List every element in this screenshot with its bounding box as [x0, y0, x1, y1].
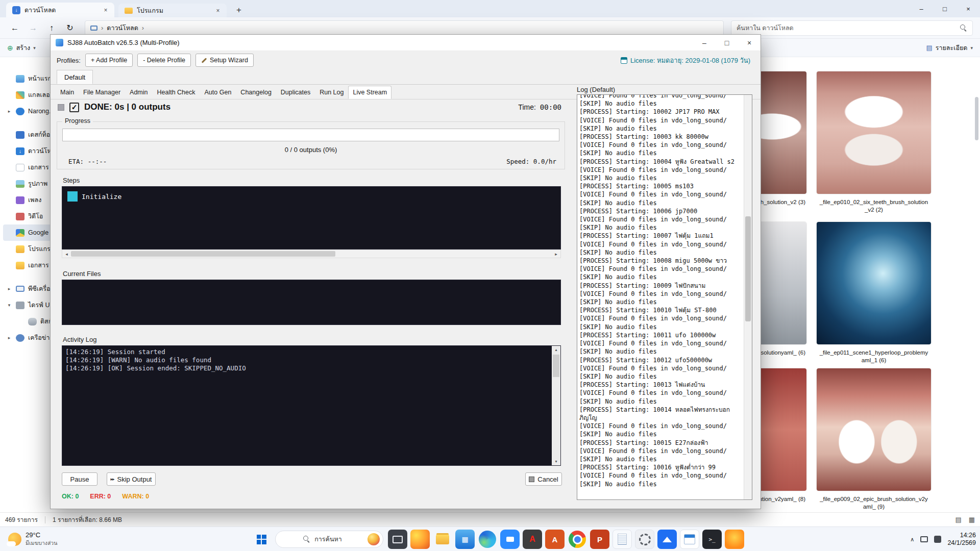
scroll-right-icon[interactable]: ▸ — [552, 252, 560, 257]
view-thumbnails-icon[interactable]: ▦ — [969, 516, 975, 523]
photos-app[interactable] — [657, 530, 677, 549]
sidebar-item-icon — [16, 302, 24, 309]
powerpoint-app[interactable] — [590, 530, 609, 549]
scrollbar-track[interactable] — [552, 354, 560, 458]
setup-wizard-button[interactable]: Setup Wizard — [195, 54, 254, 67]
firefox-app[interactable] — [410, 530, 430, 549]
log-line: [SKIP] No audio files — [579, 174, 743, 182]
dialog-title-bar[interactable]: SJ88 AutoBatch v26.5.3 (Multi-Profile) –… — [51, 35, 761, 51]
sidebar-item-icon — [16, 75, 24, 83]
tab-run-log[interactable]: Run Log — [315, 86, 348, 99]
tab-auto-gen[interactable]: Auto Gen — [200, 86, 236, 99]
file-thumbnail[interactable] — [817, 71, 931, 194]
sidebar-item-icon — [16, 108, 24, 115]
add-profile-button[interactable]: + Add Profile — [85, 54, 133, 67]
explorer-scrollbar[interactable] — [975, 97, 978, 140]
autobatch-window: SJ88 AutoBatch v26.5.3 (Multi-Profile) –… — [50, 34, 761, 509]
tab-label: Main — [60, 89, 74, 96]
tab-changelog[interactable]: Changelog — [236, 86, 276, 99]
pause-button[interactable]: Pause — [62, 472, 97, 486]
log-line: [PROCESS] Starting: 10003 kk 80000w — [579, 133, 743, 141]
up-button[interactable]: ↑ — [44, 20, 59, 36]
view-details-icon[interactable]: ▤ — [955, 516, 961, 523]
task-view-app[interactable] — [388, 530, 407, 549]
tab-close-icon[interactable]: × — [101, 6, 110, 15]
explorer-search-input[interactable]: ค้นหาใน ดาวน์โหลด — [731, 20, 973, 36]
tab-label: Duplicates — [281, 89, 310, 96]
explorer-tab-downloads[interactable]: ↓ ดาวน์โหลด × — [6, 3, 114, 17]
zoom-app[interactable] — [500, 530, 520, 549]
new-tab-button[interactable]: + — [232, 3, 246, 17]
scrollbar-thumb[interactable] — [553, 355, 559, 377]
scroll-left-icon[interactable]: ◂ — [62, 252, 71, 257]
autodesk-app[interactable] — [545, 530, 565, 549]
acrobat-app[interactable] — [523, 530, 542, 549]
skip-output-button[interactable]: ▸▸ Skip Output — [107, 472, 156, 486]
cancel-button[interactable]: Cancel — [525, 472, 562, 486]
sidebar-item-icon — [16, 91, 24, 99]
expand-chevron-icon[interactable]: ▸ — [6, 335, 12, 340]
details-icon: ▤ — [926, 44, 933, 52]
delete-profile-button[interactable]: - Delete Profile — [137, 54, 191, 67]
taskbar-search[interactable]: การค้นหา — [275, 531, 383, 548]
scrollbar-thumb[interactable] — [71, 251, 335, 257]
settings-app[interactable] — [635, 530, 654, 549]
scroll-down-icon[interactable]: ▾ — [552, 458, 560, 465]
window-close-button[interactable]: × — [957, 0, 980, 17]
steps-horizontal-scrollbar[interactable]: ◂ ▸ — [62, 249, 561, 258]
breadcrumb[interactable]: ดาวน์โหลด — [107, 23, 138, 33]
refresh-button[interactable]: ↻ — [62, 20, 78, 36]
file-thumbnail[interactable] — [817, 222, 931, 344]
explorer-tab-programs[interactable]: โปรแกรม × — [118, 4, 227, 17]
tray-chevron-icon[interactable]: ∧ — [910, 536, 914, 543]
dialog-minimize-button[interactable]: – — [693, 35, 716, 51]
tray-display-icon[interactable] — [920, 536, 928, 542]
calendar-app[interactable] — [680, 530, 699, 549]
forward-button[interactable]: → — [26, 20, 41, 36]
file-explorer-app[interactable] — [433, 530, 452, 549]
file-item[interactable]: _file_ep010_02_six_teeth_brush_solution_… — [817, 71, 931, 214]
tab-duplicates[interactable]: Duplicates — [276, 86, 315, 99]
edge-app[interactable] — [479, 531, 496, 548]
taskbar-clock[interactable]: 14:26 24/1/2569 — [947, 532, 976, 547]
profile-tab-default[interactable]: Default — [57, 70, 93, 84]
file-thumbnail[interactable] — [817, 368, 931, 491]
window-minimize-button[interactable]: – — [910, 0, 933, 17]
microsoft-store-app[interactable] — [455, 530, 475, 549]
tab-health-check[interactable]: Health Check — [152, 86, 200, 99]
window-maximize-button[interactable]: □ — [933, 0, 957, 17]
new-item-button[interactable]: ⊕ สร้าง ▾ — [7, 43, 36, 53]
details-view-button[interactable]: ▤ รายละเอียด ▾ — [926, 43, 973, 53]
address-bar[interactable]: › ดาวน์โหลด › — [85, 20, 724, 36]
tray-network-volume-icon[interactable] — [934, 536, 941, 543]
terminal-app[interactable] — [702, 530, 722, 549]
start-button[interactable] — [251, 529, 272, 549]
tab-file-manager[interactable]: File Manager — [79, 86, 125, 99]
file-item[interactable]: _file_ep009_02_epic_brush_solution_v2yam… — [817, 368, 931, 511]
tab-admin[interactable]: Admin — [125, 86, 152, 99]
scrollbar-thumb[interactable] — [745, 216, 751, 321]
log-scrollbar[interactable] — [744, 95, 752, 499]
item-count: 469 รายการ — [5, 515, 38, 524]
log-line: [VOICE] Found 0 files in vdo_long_sound/ — [579, 190, 743, 198]
expand-chevron-icon[interactable]: ▾ — [6, 303, 12, 308]
notepad-app[interactable] — [612, 530, 632, 549]
log-line: [VOICE] Found 0 files in vdo_long_sound/ — [579, 215, 743, 223]
chrome-app[interactable] — [569, 531, 586, 548]
dialog-maximize-button[interactable]: □ — [716, 35, 738, 51]
light-tool-app[interactable] — [725, 530, 744, 549]
chevron-down-icon: ▾ — [33, 45, 36, 51]
scroll-up-icon[interactable]: ▴ — [552, 346, 560, 354]
sidebar-item-icon — [16, 180, 24, 188]
activity-log-scrollbar[interactable]: ▴ ▾ — [552, 346, 560, 465]
dialog-close-button[interactable]: × — [738, 35, 761, 51]
back-button[interactable]: ← — [7, 20, 22, 36]
expand-chevron-icon[interactable]: ▸ — [6, 109, 12, 114]
tab-close-icon[interactable]: × — [213, 6, 223, 15]
file-item[interactable]: _file_ep011_scene1_hyperloop_problemyaml… — [817, 222, 931, 364]
tab-live-stream[interactable]: Live Stream — [348, 86, 391, 99]
scrollbar-track[interactable] — [71, 250, 552, 258]
weather-widget[interactable]: 29°C มีเมฆบางส่วน — [4, 529, 61, 549]
expand-chevron-icon[interactable]: ▸ — [6, 286, 12, 291]
tab-main[interactable]: Main — [56, 86, 79, 99]
